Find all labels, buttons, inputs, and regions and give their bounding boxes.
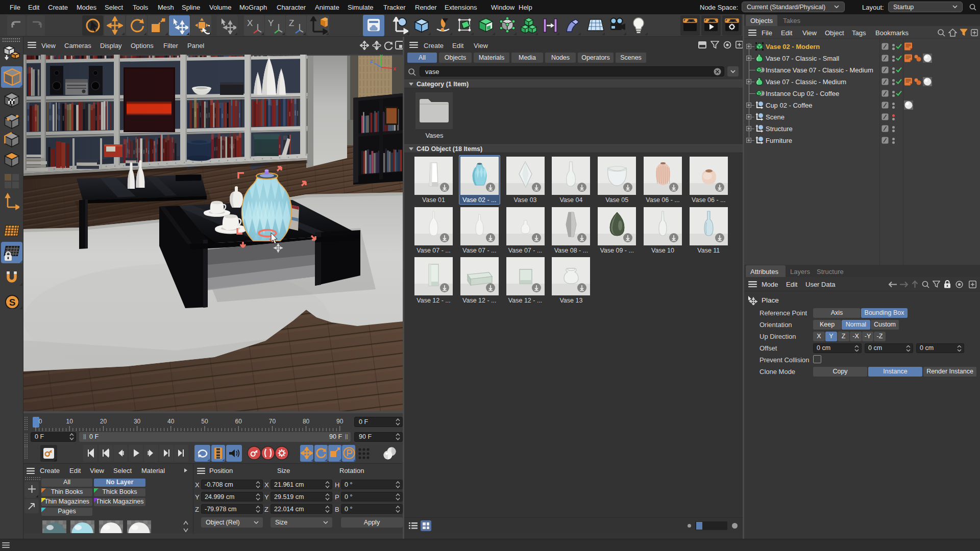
svg-text:X: X [393, 66, 396, 71]
svg-text:Y: Y [380, 55, 383, 59]
svg-text:S: S [9, 297, 16, 308]
svg-text:Z: Z [370, 59, 373, 64]
